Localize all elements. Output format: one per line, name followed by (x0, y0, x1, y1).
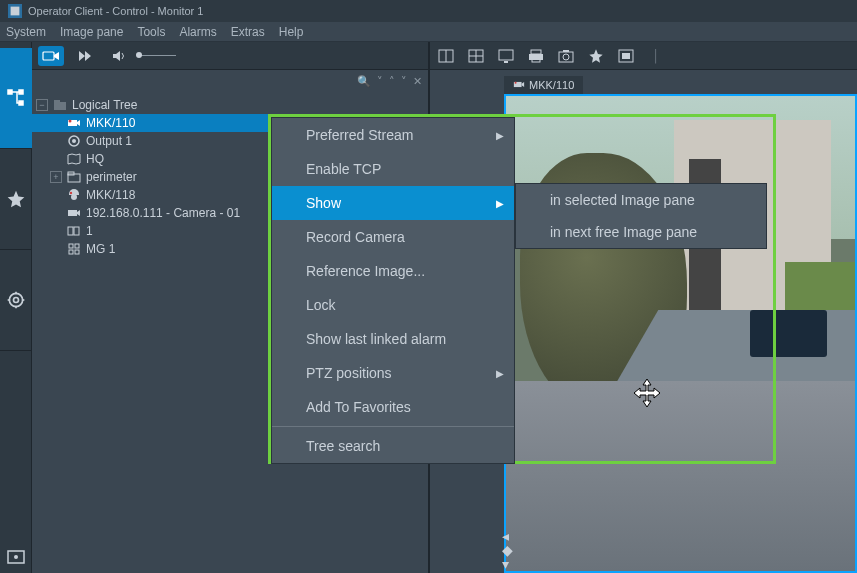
svg-rect-28 (75, 250, 79, 254)
camera-icon (66, 206, 82, 220)
menu-preferred-stream[interactable]: Preferred Stream▶ (272, 118, 514, 152)
camera-icon (513, 79, 525, 91)
menu-show[interactable]: Show▶ (272, 186, 514, 220)
tree-root-label: Logical Tree (72, 98, 137, 112)
svg-rect-1 (11, 7, 20, 16)
menubar: System Image pane Tools Alarms Extras He… (0, 22, 857, 42)
menu-add-favorites[interactable]: Add To Favorites (272, 390, 514, 424)
tree-item-label: MKK/118 (86, 188, 135, 202)
svg-rect-37 (529, 54, 543, 60)
tree-item-label: MG 1 (86, 242, 115, 256)
dome-camera-icon (66, 188, 82, 202)
menu-enable-tcp[interactable]: Enable TCP (272, 152, 514, 186)
menu-lock[interactable]: Lock (272, 288, 514, 322)
svg-rect-12 (54, 102, 66, 110)
app-icon (8, 4, 22, 18)
svg-rect-24 (74, 227, 79, 235)
expander-icon[interactable]: + (50, 171, 62, 183)
sidebar-tab-settings[interactable] (0, 250, 32, 350)
video-content (506, 96, 855, 571)
menu-record-camera[interactable]: Record Camera (272, 220, 514, 254)
svg-rect-3 (19, 90, 23, 94)
tree-item-label: 192.168.0.111 - Camera - 01 (86, 206, 240, 220)
submenu: in selected Image pane in next free Imag… (515, 183, 767, 249)
bottom-tab-icon[interactable] (4, 545, 28, 569)
svg-rect-4 (19, 101, 23, 105)
chevron-down-icon[interactable]: ˅ (401, 75, 407, 88)
menu-system[interactable]: System (6, 25, 46, 39)
map-icon (66, 152, 82, 166)
titlebar: Operator Client - Control - Monitor 1 (0, 0, 857, 22)
tree-icon (52, 98, 68, 112)
print-icon[interactable] (526, 47, 546, 65)
fullscreen-icon[interactable] (616, 47, 636, 65)
chevron-up-icon[interactable]: ˄ (389, 75, 395, 88)
tree-item-label: Output 1 (86, 134, 132, 148)
video-tab[interactable]: MKK/110 (504, 76, 583, 94)
menu-ptz-positions[interactable]: PTZ positions▶ (272, 356, 514, 390)
sequence-icon (66, 224, 82, 238)
tree-item-label: 1 (86, 224, 93, 238)
menu-separator (272, 426, 514, 427)
play-button[interactable] (72, 46, 98, 66)
svg-rect-11 (43, 52, 54, 60)
output-icon (66, 134, 82, 148)
grid-icon (66, 242, 82, 256)
left-toolbar (32, 42, 428, 70)
video-frame[interactable] (504, 94, 857, 573)
window-title: Operator Client - Control - Monitor 1 (28, 5, 203, 17)
menu-extras[interactable]: Extras (231, 25, 265, 39)
svg-rect-22 (68, 210, 77, 216)
svg-point-17 (72, 139, 76, 143)
menu-show-last-alarm[interactable]: Show last linked alarm (272, 322, 514, 356)
menu-image-pane[interactable]: Image pane (60, 25, 123, 39)
grid-icon[interactable] (466, 47, 486, 65)
svg-point-21 (70, 192, 72, 194)
svg-point-45 (515, 82, 517, 84)
submenu-arrow-icon: ▶ (496, 368, 504, 379)
close-icon[interactable]: ✕ (413, 75, 422, 88)
layout-icon[interactable] (436, 47, 456, 65)
svg-rect-23 (68, 227, 73, 235)
tree-root[interactable]: − Logical Tree (32, 96, 428, 114)
sidebar-tab-favorites[interactable] (0, 149, 32, 249)
star-icon[interactable] (586, 47, 606, 65)
svg-rect-43 (622, 53, 630, 59)
left-sidebar (0, 42, 32, 573)
svg-rect-25 (69, 244, 73, 248)
search-icon[interactable]: 🔍 (357, 75, 371, 88)
menu-tree-search[interactable]: Tree search (272, 429, 514, 463)
move-cursor-icon (632, 378, 662, 411)
display-icon[interactable] (496, 47, 516, 65)
menu-tools[interactable]: Tools (137, 25, 165, 39)
svg-rect-36 (531, 50, 541, 54)
camera-icon (66, 116, 82, 130)
menu-help[interactable]: Help (279, 25, 304, 39)
submenu-arrow-icon: ▶ (496, 130, 504, 141)
svg-point-15 (69, 120, 72, 123)
folder-icon (66, 170, 82, 184)
volume-button[interactable] (106, 46, 132, 66)
live-button[interactable] (38, 46, 64, 66)
menu-reference-image[interactable]: Reference Image... (272, 254, 514, 288)
svg-rect-26 (75, 244, 79, 248)
submenu-arrow-icon: ▶ (496, 198, 504, 209)
menu-alarms[interactable]: Alarms (179, 25, 216, 39)
svg-point-20 (71, 194, 77, 200)
video-tab-label: MKK/110 (529, 79, 574, 91)
svg-rect-34 (499, 50, 513, 60)
submenu-next-free-pane[interactable]: in next free Image pane (516, 216, 766, 248)
video-controls-icon[interactable]: ◂◆▾ (502, 529, 513, 571)
submenu-selected-pane[interactable]: in selected Image pane (516, 184, 766, 216)
right-toolbar: │ (430, 42, 857, 70)
svg-point-6 (13, 298, 18, 303)
svg-rect-2 (8, 90, 12, 94)
tree-item-label: perimeter (86, 170, 137, 184)
svg-rect-41 (563, 50, 569, 52)
snapshot-icon[interactable] (556, 47, 576, 65)
sidebar-tab-tree[interactable] (0, 48, 32, 148)
divider-icon: │ (646, 47, 666, 65)
expander-icon[interactable]: − (36, 99, 48, 111)
volume-slider[interactable] (140, 55, 176, 56)
chevron-down-icon[interactable]: ˅ (377, 75, 383, 88)
